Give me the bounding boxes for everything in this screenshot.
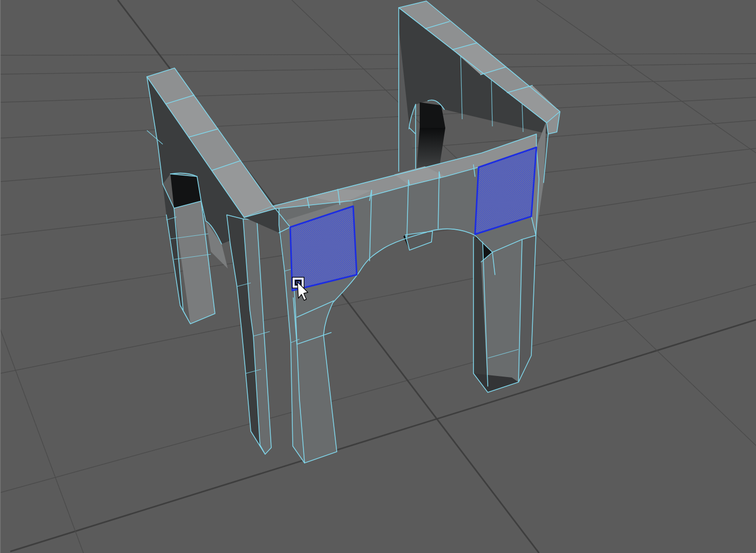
3d-viewport[interactable]	[0, 0, 756, 553]
ground-grid	[0, 0, 756, 553]
grid-x-axis	[10, 320, 756, 551]
mesh-front-left-leg[interactable]	[227, 215, 271, 454]
viewport-canvas[interactable]	[0, 0, 756, 553]
